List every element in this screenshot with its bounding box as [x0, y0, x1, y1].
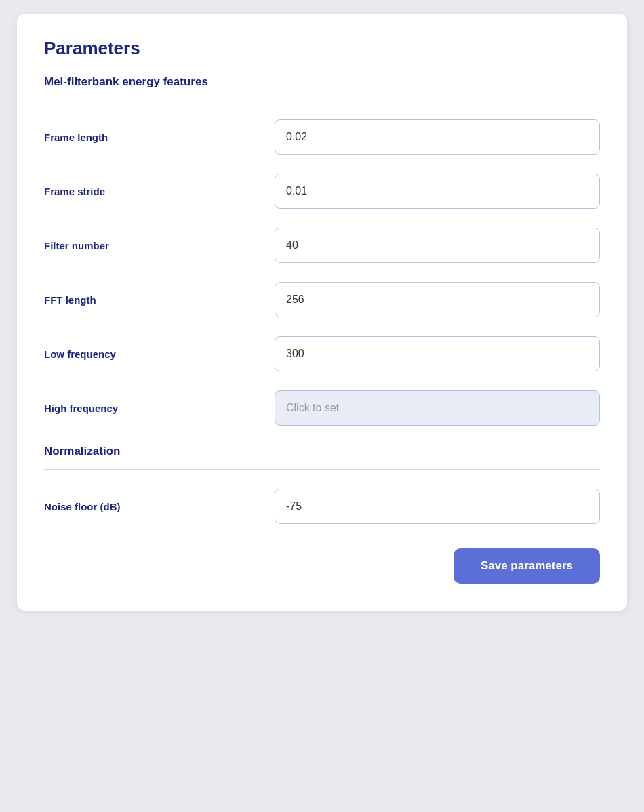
- divider-normalization: [44, 469, 600, 470]
- label-frame-stride: Frame stride: [44, 186, 275, 197]
- input-frame-stride[interactable]: [275, 174, 600, 209]
- form-row-fft-length: FFT length: [44, 282, 600, 317]
- parameters-card: Parameters Mel-filterbank energy feature…: [17, 14, 627, 611]
- normalization-section: Normalization Noise floor (dB): [44, 445, 600, 524]
- section-title-normalization: Normalization: [44, 445, 600, 469]
- page-title: Parameters: [44, 38, 600, 59]
- label-low-frequency: Low frequency: [44, 348, 275, 360]
- save-button-row: Save parameters: [44, 548, 600, 584]
- input-low-frequency[interactable]: [275, 336, 600, 371]
- divider-mel: [44, 100, 600, 100]
- form-row-high-frequency: High frequency Click to set: [44, 390, 600, 426]
- form-row-noise-floor: Noise floor (dB): [44, 489, 600, 524]
- form-row-frame-length: Frame length: [44, 119, 600, 155]
- high-frequency-clickable[interactable]: Click to set: [275, 390, 600, 426]
- form-row-low-frequency: Low frequency: [44, 336, 600, 371]
- label-filter-number: Filter number: [44, 240, 275, 251]
- form-row-filter-number: Filter number: [44, 228, 600, 263]
- input-frame-length[interactable]: [275, 119, 600, 155]
- form-row-frame-stride: Frame stride: [44, 174, 600, 209]
- section-title-mel: Mel-filterbank energy features: [44, 75, 600, 100]
- input-noise-floor[interactable]: [275, 489, 600, 524]
- high-frequency-placeholder-text: Click to set: [286, 402, 339, 414]
- input-fft-length[interactable]: [275, 282, 600, 317]
- label-frame-length: Frame length: [44, 131, 275, 143]
- label-noise-floor: Noise floor (dB): [44, 501, 275, 512]
- input-filter-number[interactable]: [275, 228, 600, 263]
- save-button[interactable]: Save parameters: [454, 548, 600, 584]
- label-high-frequency: High frequency: [44, 403, 275, 414]
- label-fft-length: FFT length: [44, 294, 275, 306]
